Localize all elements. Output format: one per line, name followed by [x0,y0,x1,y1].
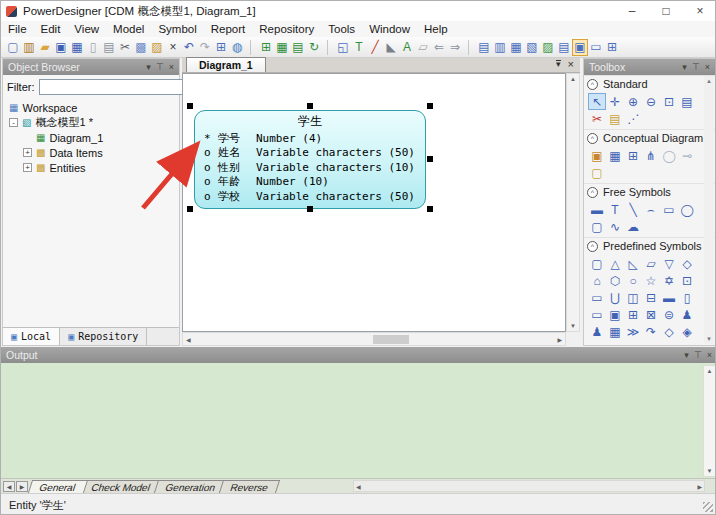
tab-local[interactable]: ▣ Local [3,328,60,345]
shape-arc-arrow-icon[interactable]: ↷ [642,323,660,340]
expand-expander[interactable]: + [23,148,32,157]
shape-triangle-icon[interactable]: △ [606,255,624,272]
property-sheet-icon[interactable]: ⊞ [213,39,229,56]
resize-grip[interactable] [703,502,713,512]
toolbox-scrollbar[interactable]: ▲ ▼ [704,76,714,344]
shape-octagon-icon[interactable]: ○ [624,272,642,289]
window-diagram-icon[interactable]: ▤ [476,39,492,56]
shape-rounded-rect-icon[interactable]: ▢ [588,255,606,272]
shape-split-rect-h-icon[interactable]: ⊟ [642,289,660,306]
collapse-icon[interactable]: ^ [587,79,598,90]
polyline-icon[interactable]: ∿ [606,218,624,235]
rectangle-icon[interactable]: ▭ [660,201,678,218]
shape-trapezoid-icon[interactable]: ▽ [660,255,678,272]
section-standard[interactable]: ^ Standard [584,75,715,92]
polygon-icon[interactable]: ☁ [624,218,642,235]
menu-item-tools[interactable]: Tools [321,21,362,37]
zoom-in-icon[interactable]: ⊕ [624,93,642,110]
window-list-icon[interactable]: ▾ [556,60,561,68]
copy-icon[interactable]: ▩ [133,39,149,56]
diagram-vertical-scrollbar[interactable]: ▲ ▼ [566,73,580,332]
section-predefined-symbols[interactable]: ^ Predefined Symbols [584,237,715,254]
tree-item-workspace[interactable]: ▦ Workspace [3,100,179,115]
shape-person-icon[interactable]: ♟ [678,306,696,323]
shape-shield-icon[interactable]: ⋃ [606,289,624,306]
line-icon[interactable]: ╲ [624,201,642,218]
zoom-out-icon[interactable]: ⊖ [642,93,660,110]
pin-icon[interactable]: ⊤ [692,62,700,72]
menu-item-help[interactable]: Help [417,21,455,37]
filter-input[interactable] [39,79,187,95]
link-icon[interactable]: ⋰ [624,110,642,127]
shape-document-icon[interactable]: ▯ [678,289,696,306]
shape-box-3d-icon[interactable]: ▦ [606,323,624,340]
selection-handle-mid-left[interactable] [187,156,193,162]
scroll-up-icon[interactable]: ▲ [570,76,576,82]
open-icon[interactable]: ▰ [37,39,53,56]
send-to-back-icon[interactable]: ▱ [415,39,431,56]
tree-item-diagram[interactable]: ▦ Diagram_1 [3,130,179,145]
collapse-expander[interactable]: - [9,118,18,127]
shape-parallelogram-icon[interactable]: ▱ [642,255,660,272]
diagram-canvas[interactable]: 学生 * 学号 Number (4) o 姓名 Variable charact… [182,73,566,332]
text-icon[interactable]: T [606,201,624,218]
tree-item-model[interactable]: - ▧ 概念模型1 * [3,115,179,130]
shape-small-folder-icon[interactable]: ⊡ [678,272,696,289]
menu-item-repository[interactable]: Repository [252,21,321,37]
tab-generation[interactable]: Generation [154,480,228,493]
window-browser-icon[interactable]: ▥ [492,39,508,56]
scroll-right-icon[interactable]: ▶ [697,483,702,490]
menu-item-model[interactable]: Model [106,21,151,37]
shape-cylinder-icon[interactable]: ⊜ [660,306,678,323]
tab-repository[interactable]: ▣ Repository [60,328,147,345]
shape-split-rect-v-icon[interactable]: ◫ [624,289,642,306]
menu-item-edit[interactable]: Edit [34,21,68,37]
menu-item-window[interactable]: Window [362,21,417,37]
section-conceptual-diagram[interactable]: ^ Conceptual Diagram [584,129,715,146]
delete-tool-icon[interactable]: ✂ [588,110,606,127]
model-generate-icon[interactable]: ▤ [290,39,306,56]
scroll-up-icon[interactable]: ▲ [706,78,712,84]
selection-handle-top-left[interactable] [187,103,193,109]
cut-icon[interactable]: ✂ [117,39,133,56]
pointer-icon[interactable]: ↖ [588,93,606,110]
previous-icon[interactable]: ⇐ [431,39,447,56]
tab-scroll-left-icon[interactable]: ◀ [3,481,15,492]
grab-icon[interactable]: ✛ [606,93,624,110]
text-format-icon[interactable]: T [351,39,367,56]
paste-icon[interactable]: ▨ [149,39,165,56]
entity-icon[interactable]: ⊞ [624,147,642,164]
selection-handle-bottom-center[interactable] [307,206,313,212]
entity-symbol-student[interactable]: 学生 * 学号 Number (4) o 姓名 Variable charact… [194,110,426,209]
scrollbar-thumb[interactable] [373,335,409,344]
open-package-icon[interactable]: ▤ [678,93,696,110]
scroll-down-icon[interactable]: ▼ [570,323,576,329]
open-workspace-icon[interactable]: ▥ [21,39,37,56]
open-model-icon[interactable]: ▦ [274,39,290,56]
tree-item-entities[interactable]: + ▩ Entities [3,160,179,175]
selection-handle-top-center[interactable] [307,103,313,109]
comment-window-icon[interactable]: ▭ [588,39,604,56]
scroll-left-icon[interactable]: ◀ [356,483,361,490]
tab-check-model[interactable]: Check Model [79,480,162,493]
pin-icon[interactable]: ⊤ [156,62,164,72]
tab-scroll-right-icon[interactable]: ▶ [16,481,28,492]
web-icon[interactable]: ◍ [229,39,245,56]
table-icon[interactable]: ▦ [606,147,624,164]
shape-diamond-icon[interactable]: ◇ [678,255,696,272]
window-result-list-icon[interactable]: ▧ [524,39,540,56]
line-color-icon[interactable]: ╱ [367,39,383,56]
minimize-button[interactable]: – [615,1,649,21]
delete-icon[interactable]: × [165,39,181,56]
close-icon[interactable]: × [169,62,174,72]
collapse-icon[interactable]: ^ [587,133,598,144]
print-preview-icon[interactable]: ▯ [85,39,101,56]
scroll-up-icon[interactable]: ▲ [707,368,713,374]
shape-star-icon[interactable]: ☆ [642,272,660,289]
tab-general[interactable]: General [28,480,88,493]
window-preview-icon[interactable]: ▤ [556,39,572,56]
shape-diamond-fill-icon[interactable]: ◈ [678,323,696,340]
banner-icon[interactable]: ▬ [588,201,606,218]
collapse-icon[interactable]: ^ [587,241,598,252]
panel-menu-icon[interactable]: ▾ [146,62,151,72]
